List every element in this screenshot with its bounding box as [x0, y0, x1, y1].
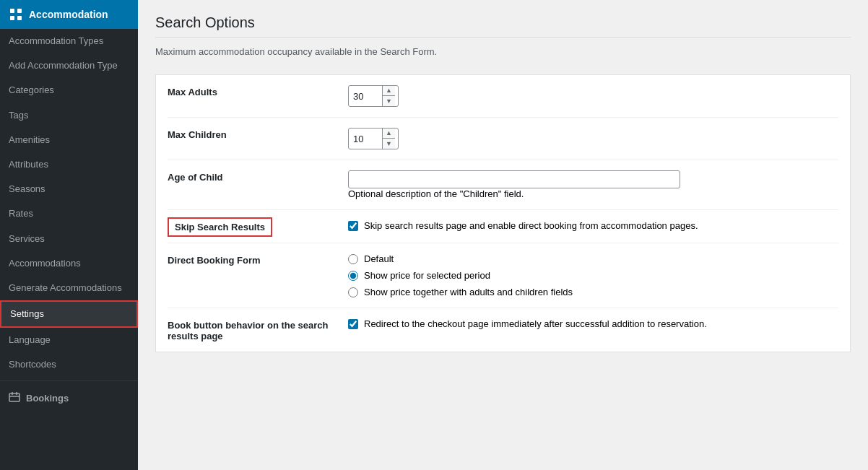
max-adults-down[interactable]: ▼: [383, 96, 395, 106]
svg-rect-1: [17, 9, 22, 13]
book-button-behavior-checkbox-row: Redirect to the checkout page immediatel…: [348, 318, 838, 329]
svg-rect-2: [10, 16, 14, 20]
section-description: Maximum accommodation occupancy availabl…: [155, 46, 851, 57]
sidebar-item-language[interactable]: Language: [0, 328, 138, 352]
radio-default-label: Default: [364, 253, 394, 264]
skip-search-results-label: Skip Search Results: [168, 217, 272, 237]
direct-booking-form-label: Direct Booking Form: [168, 253, 348, 266]
skip-search-results-row: Skip Search Results Skip search results …: [168, 210, 838, 243]
book-button-behavior-checkbox-label: Redirect to the checkout page immediatel…: [364, 318, 707, 329]
max-adults-up[interactable]: ▲: [383, 86, 395, 96]
radio-show-price-period-row: Show price for selected period: [348, 270, 838, 281]
direct-booking-form-row: Direct Booking Form Default Show price f…: [168, 243, 838, 308]
sidebar-item-tags[interactable]: Tags: [0, 103, 138, 128]
sidebar-item-seasons[interactable]: Seasons: [0, 177, 138, 201]
sidebar-divider: [0, 380, 138, 381]
book-button-behavior-content: Redirect to the checkout page immediatel…: [348, 318, 838, 329]
sidebar-item-add-accommodation-type[interactable]: Add Accommodation Type: [0, 53, 138, 78]
age-of-child-input[interactable]: [348, 170, 680, 188]
sidebar-item-settings[interactable]: Settings: [0, 300, 138, 328]
sidebar-header[interactable]: Accommodation: [0, 0, 138, 29]
max-children-up[interactable]: ▲: [383, 129, 395, 139]
max-adults-input[interactable]: [349, 88, 382, 105]
max-children-input[interactable]: [349, 131, 382, 147]
skip-search-results-checkbox-row: Skip search results page and enable dire…: [348, 220, 838, 231]
settings-section: Max Adults ▲ ▼ Max Children: [156, 75, 850, 352]
accommodation-icon: [9, 7, 23, 22]
radio-show-price-adults-children-label: Show price together with adults and chil…: [364, 287, 573, 297]
radio-default-row: Default: [348, 253, 838, 264]
radio-show-price-adults-children[interactable]: [348, 287, 358, 297]
sidebar-header-label: Accommodation: [29, 9, 108, 20]
sidebar-item-shortcodes[interactable]: Shortcodes: [0, 352, 138, 377]
max-adults-row: Max Adults ▲ ▼: [168, 75, 838, 118]
max-adults-label: Max Adults: [168, 85, 348, 97]
skip-search-results-checkbox[interactable]: [348, 221, 358, 231]
book-button-behavior-label: Book button behavior on the search resul…: [168, 318, 348, 341]
radio-show-price-period-label: Show price for selected period: [364, 270, 490, 281]
direct-booking-form-content: Default Show price for selected period S…: [348, 253, 838, 297]
max-children-label: Max Children: [168, 128, 348, 140]
age-of-child-content: Optional description of the "Children" f…: [348, 170, 838, 199]
skip-search-results-content: Skip search results page and enable dire…: [348, 220, 838, 231]
max-adults-content: ▲ ▼: [348, 85, 838, 107]
svg-rect-4: [9, 393, 19, 401]
bookings-icon: [9, 391, 20, 405]
sidebar-bookings[interactable]: Bookings: [0, 384, 138, 412]
sidebar-item-accommodations[interactable]: Accommodations: [0, 251, 138, 276]
sidebar-item-attributes[interactable]: Attributes: [0, 152, 138, 177]
sidebar-item-categories[interactable]: Categories: [0, 78, 138, 103]
sidebar-item-accommodation-types[interactable]: Accommodation Types: [0, 29, 138, 53]
max-adults-input-wrapper: ▲ ▼: [348, 85, 399, 107]
sidebar: Accommodation Accommodation Types Add Ac…: [0, 0, 138, 470]
max-children-input-wrapper: ▲ ▼: [348, 128, 399, 149]
max-children-spinners: ▲ ▼: [382, 129, 395, 149]
skip-search-results-checkbox-label: Skip search results page and enable dire…: [364, 220, 698, 231]
max-children-row: Max Children ▲ ▼: [168, 118, 838, 160]
radio-show-price-period[interactable]: [348, 271, 358, 281]
sidebar-item-rates[interactable]: Rates: [0, 201, 138, 226]
bookings-label: Bookings: [26, 393, 69, 404]
settings-container: Max Adults ▲ ▼ Max Children: [155, 74, 851, 352]
sidebar-item-generate-accommodations[interactable]: Generate Accommodations: [0, 276, 138, 300]
svg-rect-3: [17, 16, 22, 20]
sidebar-item-amenities[interactable]: Amenities: [0, 128, 138, 152]
sidebar-item-services[interactable]: Services: [0, 227, 138, 251]
book-button-behavior-row: Book button behavior on the search resul…: [168, 308, 838, 352]
max-children-down[interactable]: ▼: [383, 139, 395, 149]
svg-rect-0: [10, 9, 14, 13]
main-content: Search Options Maximum accommodation occ…: [138, 0, 868, 470]
max-children-content: ▲ ▼: [348, 128, 838, 149]
radio-default[interactable]: [348, 254, 358, 264]
max-adults-spinners: ▲ ▼: [382, 86, 395, 106]
page-title: Search Options: [155, 14, 851, 38]
radio-show-price-adults-children-row: Show price together with adults and chil…: [348, 287, 838, 297]
skip-search-results-label-wrapper: Skip Search Results: [168, 220, 348, 232]
age-of-child-hint: Optional description of the "Children" f…: [348, 188, 838, 199]
direct-booking-form-radio-group: Default Show price for selected period S…: [348, 253, 838, 297]
book-button-behavior-checkbox[interactable]: [348, 319, 358, 329]
age-of-child-row: Age of Child Optional description of the…: [168, 160, 838, 210]
age-of-child-label: Age of Child: [168, 170, 348, 183]
